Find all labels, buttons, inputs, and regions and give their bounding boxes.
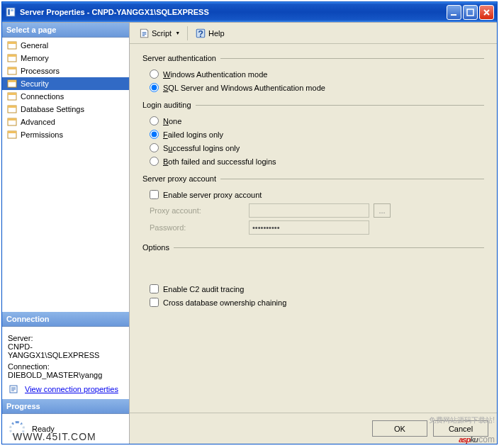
proxy-account-label: Proxy account: xyxy=(150,206,249,215)
sidebar-item-label: Connections xyxy=(21,92,64,101)
proxy-account-input xyxy=(249,203,369,218)
svg-rect-2 xyxy=(11,9,13,11)
link-text: View connection properties xyxy=(25,385,118,393)
proxy-password-label: Password: xyxy=(150,223,249,232)
sidebar-item-connections[interactable]: Connections xyxy=(2,90,129,103)
sidebar-item-label: Permissions xyxy=(21,130,63,139)
group-title: Options xyxy=(142,243,169,252)
sidebar: Select a page General Memory Processors … xyxy=(2,23,130,444)
help-label: Help xyxy=(208,29,225,38)
page-icon xyxy=(6,91,18,102)
page-icon xyxy=(6,52,18,64)
page-icon xyxy=(6,78,18,89)
enable-proxy-checkbox[interactable]: Enable server proxy account xyxy=(150,190,484,199)
select-page-header: Select a page xyxy=(2,23,129,38)
progress-spinner-icon xyxy=(9,421,25,437)
sidebar-item-database-settings[interactable]: Database Settings xyxy=(2,103,129,116)
progress-text: Ready xyxy=(32,425,55,433)
group-title: Server proxy account xyxy=(142,174,216,183)
window-title: Server Properties - CNPD-YANGGX1\SQLEXPR… xyxy=(20,8,447,16)
c2-audit-checkbox[interactable]: Enable C2 audit tracing xyxy=(150,284,484,293)
maximize-button[interactable] xyxy=(463,5,478,20)
server-properties-window: Server Properties - CNPD-YANGGX1\SQLEXPR… xyxy=(1,1,498,444)
server-label: Server: xyxy=(8,334,123,342)
minimize-button[interactable] xyxy=(447,5,461,20)
sidebar-item-memory[interactable]: Memory xyxy=(2,52,129,65)
sidebar-item-security[interactable]: Security xyxy=(2,77,129,90)
svg-rect-0 xyxy=(6,8,15,16)
sidebar-item-processors[interactable]: Processors xyxy=(2,65,129,77)
window-controls xyxy=(447,5,494,20)
sql-windows-auth-radio[interactable]: SQL Server and Windows Authentication mo… xyxy=(150,83,484,92)
server-value: CNPD-YANGGX1\SQLEXPRESS xyxy=(8,342,123,359)
server-auth-group: Server authentication Windows Authentica… xyxy=(142,54,484,92)
svg-rect-1 xyxy=(8,9,10,15)
view-connection-properties-link[interactable]: View connection properties xyxy=(8,383,123,395)
audit-failed-radio[interactable]: Failed logins only xyxy=(150,130,484,139)
titlebar[interactable]: Server Properties - CNPD-YANGGX1\SQLEXPR… xyxy=(2,2,497,22)
sidebar-item-label: Processors xyxy=(21,67,60,75)
svg-rect-3 xyxy=(451,14,456,16)
svg-rect-14 xyxy=(8,93,16,95)
connection-info: Server: CNPD-YANGGX1\SQLEXPRESS Connecti… xyxy=(2,327,129,399)
progress-header: Progress xyxy=(2,399,129,414)
watermark-cn: 免费网站源码下载站! xyxy=(429,415,495,425)
sidebar-item-label: General xyxy=(21,41,48,50)
page-icon xyxy=(6,103,18,115)
svg-rect-6 xyxy=(8,42,16,44)
svg-rect-8 xyxy=(8,55,16,57)
sidebar-item-label: Advanced xyxy=(21,118,55,126)
help-button[interactable]: ? Help xyxy=(191,26,229,41)
page-icon xyxy=(6,65,18,77)
sidebar-item-permissions[interactable]: Permissions xyxy=(2,128,129,141)
page-list: General Memory Processors Security Conne… xyxy=(2,38,129,142)
audit-both-radio[interactable]: Both failed and successful logins xyxy=(150,157,484,166)
svg-text:?: ? xyxy=(198,28,203,38)
script-label: Script xyxy=(152,29,172,38)
svg-rect-16 xyxy=(8,106,16,108)
svg-rect-4 xyxy=(467,9,473,16)
svg-rect-10 xyxy=(8,67,16,69)
login-audit-group: Login auditing None Failed logins only S… xyxy=(142,101,484,166)
sidebar-item-label: Memory xyxy=(21,54,49,62)
connection-label: Connection: xyxy=(8,362,123,371)
properties-icon xyxy=(8,383,19,395)
help-icon: ? xyxy=(195,28,206,39)
connection-header: Connection xyxy=(2,312,129,327)
page-icon xyxy=(6,116,18,128)
svg-rect-18 xyxy=(8,118,16,121)
group-title: Server authentication xyxy=(142,54,216,62)
group-title: Login auditing xyxy=(142,101,191,109)
app-icon xyxy=(5,6,16,18)
close-button[interactable] xyxy=(479,5,494,20)
main-panel: Script ▼ ? Help Server authentication Wi… xyxy=(130,23,497,444)
windows-auth-radio[interactable]: Windows Authentication mode xyxy=(150,69,484,79)
toolbar: Script ▼ ? Help xyxy=(130,23,497,44)
dropdown-arrow-icon: ▼ xyxy=(175,30,180,35)
sidebar-item-general[interactable]: General xyxy=(2,39,129,52)
connection-value: DIEBOLD_MASTER\yangg xyxy=(8,371,123,379)
sidebar-item-advanced[interactable]: Advanced xyxy=(2,116,129,128)
audit-none-radio[interactable]: None xyxy=(150,116,484,125)
script-icon xyxy=(138,28,150,39)
options-group: Options Enable C2 audit tracing Cross da… xyxy=(142,243,484,307)
browse-account-button: ... xyxy=(374,203,391,218)
svg-rect-12 xyxy=(8,80,16,82)
sidebar-item-label: Security xyxy=(21,79,49,88)
proxy-group: Server proxy account Enable server proxy… xyxy=(142,174,484,235)
page-icon xyxy=(6,129,18,140)
sidebar-item-label: Database Settings xyxy=(21,105,84,113)
page-icon xyxy=(6,40,18,51)
content-area: Server authentication Windows Authentica… xyxy=(130,44,497,413)
svg-rect-20 xyxy=(8,131,16,133)
progress-status: Ready xyxy=(2,414,129,444)
script-button[interactable]: Script ▼ xyxy=(134,26,184,41)
separator xyxy=(187,26,188,40)
ok-button[interactable]: OK xyxy=(372,420,427,437)
proxy-password-input xyxy=(249,220,369,235)
audit-success-radio[interactable]: Successful logins only xyxy=(150,143,484,152)
cross-db-checkbox[interactable]: Cross database ownership chaining xyxy=(150,298,484,307)
